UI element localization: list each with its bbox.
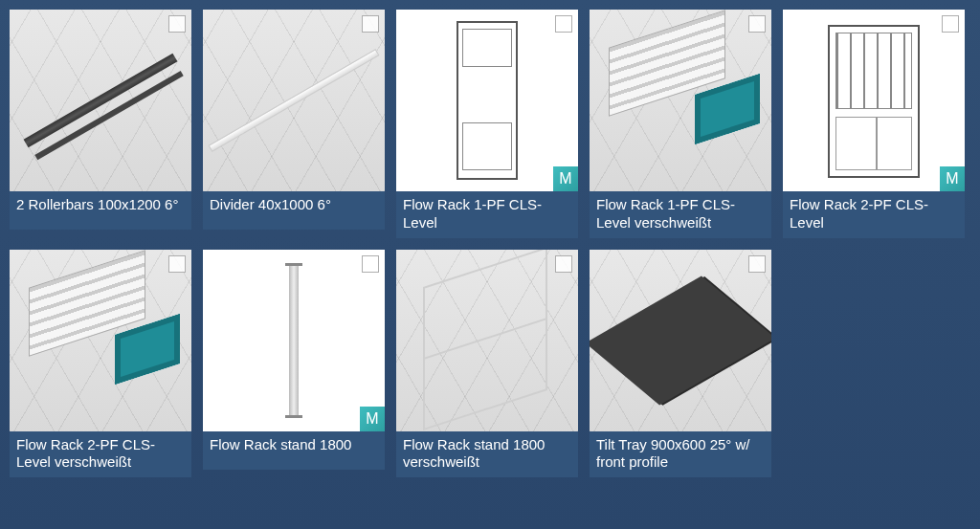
asset-label: Divider 40x1000 6° <box>203 191 385 230</box>
asset-label: 2 Rollerbars 100x1200 6° <box>10 191 191 230</box>
preview-graphic <box>457 21 518 180</box>
checkbox-icon[interactable] <box>748 15 766 33</box>
asset-thumbnail <box>590 250 771 431</box>
asset-tile[interactable]: Tilt Tray 900x600 25° w/ front profile <box>590 250 771 478</box>
checkbox-icon[interactable] <box>555 15 572 33</box>
asset-label: Flow Rack 2-PF CLS-Level <box>783 191 965 238</box>
asset-tile[interactable]: Flow Rack 1-PF CLS-Level verschweißt <box>590 10 771 238</box>
asset-label: Flow Rack stand 1800 verschweißt <box>396 431 578 478</box>
asset-thumbnail: M <box>396 10 578 191</box>
preview-graphic <box>423 250 547 430</box>
preview-graphic <box>209 49 380 152</box>
checkbox-icon[interactable] <box>555 255 572 273</box>
asset-tile[interactable]: M Flow Rack 1-PF CLS-Level <box>396 10 578 238</box>
asset-thumbnail <box>590 10 771 191</box>
asset-label: Flow Rack 1-PF CLS-Level <box>396 191 578 238</box>
preview-graphic <box>590 276 771 405</box>
asset-tile[interactable]: 2 Rollerbars 100x1200 6° <box>10 10 191 238</box>
checkbox-icon[interactable] <box>362 15 379 33</box>
asset-thumbnail <box>10 250 191 431</box>
m-badge-icon: M <box>553 166 578 191</box>
asset-tile[interactable]: M Flow Rack 2-PF CLS-Level <box>783 10 965 238</box>
asset-label: Flow Rack stand 1800 <box>203 431 385 470</box>
asset-thumbnail <box>396 250 578 431</box>
checkbox-icon[interactable] <box>168 255 186 273</box>
asset-tile[interactable]: M Flow Rack stand 1800 <box>203 250 385 478</box>
checkbox-icon[interactable] <box>942 15 959 33</box>
m-badge-icon: M <box>940 166 965 191</box>
asset-thumbnail: M <box>203 250 385 431</box>
asset-tile[interactable]: Flow Rack 2-PF CLS-Level verschweißt <box>10 250 191 478</box>
asset-thumbnail <box>203 10 385 191</box>
asset-tile[interactable]: Divider 40x1000 6° <box>203 10 385 238</box>
asset-gallery: 2 Rollerbars 100x1200 6° Divider 40x1000… <box>0 0 980 487</box>
asset-tile[interactable]: Flow Rack stand 1800 verschweißt <box>396 250 578 478</box>
checkbox-icon[interactable] <box>168 15 186 33</box>
asset-thumbnail: M <box>783 10 965 191</box>
asset-label: Flow Rack 1-PF CLS-Level verschweißt <box>590 191 771 238</box>
checkbox-icon[interactable] <box>362 255 379 273</box>
asset-label: Flow Rack 2-PF CLS-Level verschweißt <box>10 431 191 478</box>
asset-thumbnail <box>10 10 191 191</box>
asset-label: Tilt Tray 900x600 25° w/ front profile <box>590 431 771 478</box>
preview-graphic <box>289 263 299 418</box>
m-badge-icon: M <box>360 407 385 431</box>
preview-graphic <box>828 25 920 178</box>
preview-graphic <box>24 54 178 148</box>
checkbox-icon[interactable] <box>748 255 766 273</box>
